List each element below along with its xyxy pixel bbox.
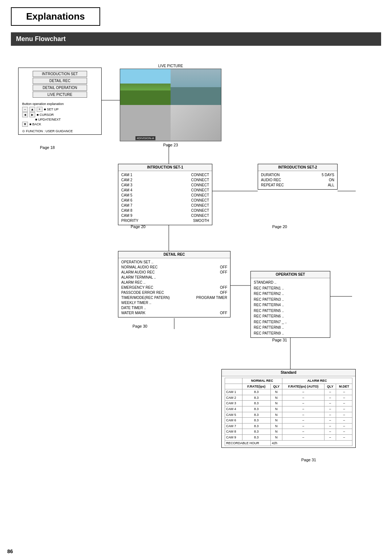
std-recordable-label: RECORDABLE HOUR: [225, 440, 271, 446]
footer-page-number: 86: [7, 548, 13, 554]
op-row-standard: STANDARD ..: [254, 280, 327, 285]
op-row-p1: REC PATTERN1 ..: [254, 285, 327, 291]
key-up: ▲: [29, 107, 35, 112]
standard-title: Standard: [222, 369, 355, 376]
operation-set-box: OPERATION SET STANDARD .. REC PATTERN1 .…: [250, 271, 330, 338]
std-th-afrate: F.RATE(ips) (AUTO): [282, 384, 324, 389]
key-row-4: ▼ ■ BACK: [22, 122, 98, 127]
op-row-p2: REC PATTERN2 ..: [254, 291, 327, 297]
key-desc-setup: ■ SET UP: [44, 108, 58, 111]
op-row-p4: REC PATTERN4 ..: [254, 302, 327, 308]
std-th-frate: F.RATE(ips): [242, 384, 270, 389]
intro2-page-label: Page 20: [272, 224, 287, 229]
drec-row-alarm-terminal: ALARM TERMINAL ..: [121, 275, 227, 280]
menu-key-area: Button operation explanation – ▲ + ■ SET…: [19, 101, 101, 129]
intro-set1-title: INTRDUCTION SET-1: [118, 164, 212, 171]
key-row-3: ■ UPDATE/NEXT: [22, 118, 98, 121]
live-page-label: Page 23: [120, 143, 221, 147]
menu-btn-live: LIVE PICTURE: [33, 92, 87, 98]
standard-box: Standard NORMAL REC ALARM REC F.RATE(ips…: [221, 369, 356, 448]
menu-btn-detail-op: DETAIL OPERATION: [33, 85, 87, 91]
division-label: 4DIVISION-A: [135, 136, 156, 140]
std-th-aqly: QLY: [324, 384, 336, 389]
std-cam1-qly: N: [270, 389, 282, 395]
drec-row-watermark: WATER MARKOFF: [121, 311, 227, 316]
intro-set2-box: INTRODUCTION SET-2 DURATION5 DAYS AUDIO …: [258, 164, 338, 190]
std-cam1: CAM 1: [225, 389, 242, 395]
key-row-2: ◄ ► ■ CURSOR: [22, 112, 98, 117]
standard-page-label: Page 31: [301, 458, 316, 462]
std-th-mdet: M.DET: [336, 384, 352, 389]
std-th-qly: QLY: [270, 384, 282, 389]
drec-row-normal-audio: NORMAL AUDIO RECOFF: [121, 265, 227, 270]
std-row-cam2: CAM 2 8.3 N – – –: [225, 395, 352, 401]
intro-set1-content: CAM 1CONNECT CAM 2CONNECT CAM 3CONNECT C…: [118, 171, 212, 225]
key-plus: +: [37, 107, 42, 112]
std-row-cam9: CAM 9 8.3 N – – –: [225, 434, 352, 440]
std-row-recordable: RECORDABLE HOUR 42h: [225, 440, 352, 446]
key-minus: –: [22, 107, 28, 112]
std-th-cam: [225, 378, 242, 384]
drec-row-timer-mode: TIMER/MODE(REC PATERN)PROGRAM TIMER: [121, 295, 227, 300]
key-desc-back: ■ BACK: [29, 122, 41, 126]
live-picture-label: LIVE PICTURE: [120, 64, 221, 68]
std-row-cam5: CAM 5 8.3 N – – –: [225, 412, 352, 418]
std-cam1-aqly: –: [324, 389, 336, 395]
intro1-row-cam2: CAM 2CONNECT: [121, 178, 209, 183]
live-picture-box: LIVE PICTURE 4DIVISION-A Page 23: [120, 64, 221, 147]
key-row-1: – ▲ + ■ SET UP: [22, 107, 98, 112]
menu-btn-area: INTRODUCTION SET DETAIL REC DETAIL OPERA…: [19, 68, 101, 101]
op-set-page-label: Page 31: [272, 338, 287, 342]
standard-content: NORMAL REC ALARM REC F.RATE(ips) QLY F.R…: [222, 376, 355, 447]
std-row-cam7: CAM 7 8.3 N – – –: [225, 423, 352, 429]
drec-row-op-set: OPERATION SET ..: [121, 260, 227, 265]
intro2-row-repeat: REPEAT RECALL: [261, 183, 334, 188]
title-box: Explanations: [11, 7, 100, 26]
std-cam1-mdet: –: [336, 389, 352, 395]
intro1-row-cam3: CAM 3CONNECT: [121, 183, 209, 188]
op-row-p6: REC PATTERN6 ..: [254, 313, 327, 319]
detail-rec-box: DETAIL REC OPERATION SET .. NORMAL AUDIO…: [118, 251, 230, 317]
intro1-row-cam1: CAM 1CONNECT: [121, 173, 209, 178]
key-right: ►: [29, 112, 35, 117]
intro1-row-cam5: CAM 5CONNECT: [121, 193, 209, 198]
key-left: ◄: [22, 112, 28, 117]
live-cell-3: 4DIVISION-A: [120, 105, 171, 141]
std-th-blank: [225, 384, 242, 389]
menu-btn-intro: INTRODUCTION SET: [33, 71, 87, 77]
intro1-row-cam8: CAM 8CONNECT: [121, 208, 209, 213]
standard-table: NORMAL REC ALARM REC F.RATE(ips) QLY F.R…: [225, 378, 352, 446]
intro1-page-label: Page 20: [131, 224, 146, 229]
std-cam2: CAM 2: [225, 395, 242, 401]
drec-row-emergency: EMERGENCY RECOFF: [121, 285, 227, 290]
op-row-p3: REC PATTERN3 ..: [254, 297, 327, 303]
live-picture-grid: 4DIVISION-A: [120, 69, 221, 141]
drec-row-date: DATE TIMER ..: [121, 305, 227, 311]
live-cell-2: [171, 69, 221, 105]
key-desc-update: ■ UPDATE/NEXT: [35, 118, 61, 121]
std-row-cam1: CAM 1 8.3 N – – –: [225, 389, 352, 395]
flowchart-area: INTRODUCTION SET DETAIL REC DETAIL OPERA…: [11, 53, 381, 543]
section-header: Menu Flowchart: [11, 32, 381, 46]
intro-set2-title: INTRODUCTION SET-2: [258, 164, 337, 171]
func-note: ⊙ FUNCTION : USER GUIDANCE: [19, 129, 101, 134]
detail-rec-content: OPERATION SET .. NORMAL AUDIO RECOFF ALA…: [118, 258, 230, 317]
intro1-row-cam6: CAM 6CONNECT: [121, 198, 209, 203]
std-recordable-value: 42h: [270, 440, 352, 446]
std-th-alarm: ALARM REC: [282, 378, 352, 384]
detail-rec-title: DETAIL REC: [118, 251, 230, 258]
operation-set-content: STANDARD .. REC PATTERN1 .. REC PATTERN2…: [251, 278, 330, 337]
detail-rec-page-label: Page 30: [132, 324, 147, 328]
intro2-row-duration: DURATION5 DAYS: [261, 173, 334, 178]
intro1-row-cam7: CAM 7CONNECT: [121, 203, 209, 208]
drec-row-alarm-rec: ALARM REC ..: [121, 280, 227, 285]
std-th-normal: NORMAL REC: [242, 378, 282, 384]
op-row-p8: REC PATTERN8 ..: [254, 325, 327, 331]
menu-page-label: Page 18: [40, 145, 55, 150]
standard-tbody: CAM 1 8.3 N – – – CAM 2 8.3 N – – –: [225, 389, 352, 446]
key-desc-cursor: ■ CURSOR: [37, 113, 54, 117]
menu-box: INTRODUCTION SET DETAIL REC DETAIL OPERA…: [18, 68, 102, 135]
intro1-row-cam4: CAM 4CONNECT: [121, 188, 209, 193]
menu-btn-detail-rec: DETAIL REC: [33, 78, 87, 84]
intro1-row-cam9: CAM 9CONNECT: [121, 213, 209, 218]
